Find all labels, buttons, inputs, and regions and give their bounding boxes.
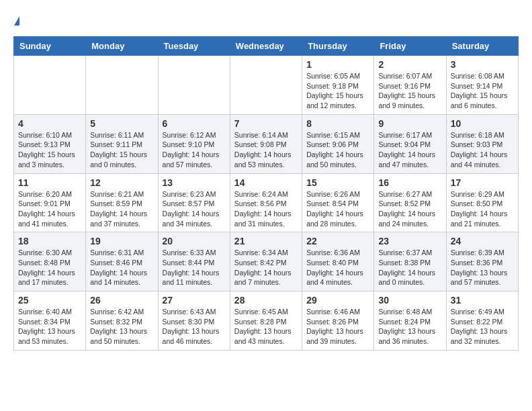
day-number: 13	[163, 177, 226, 188]
calendar-cell: 4Sunrise: 6:10 AM Sunset: 9:13 PM Daylig…	[14, 114, 86, 173]
weekday-header-monday: Monday	[86, 37, 158, 56]
calendar-cell: 15Sunrise: 6:26 AM Sunset: 8:54 PM Dayli…	[302, 173, 374, 232]
day-number: 4	[18, 118, 81, 129]
day-number: 2	[378, 59, 441, 70]
calendar-cell: 27Sunrise: 6:43 AM Sunset: 8:30 PM Dayli…	[158, 291, 230, 351]
calendar-cell: 13Sunrise: 6:23 AM Sunset: 8:57 PM Dayli…	[158, 173, 230, 232]
calendar-cell: 26Sunrise: 6:42 AM Sunset: 8:32 PM Dayli…	[86, 291, 158, 351]
day-info: Sunrise: 6:10 AM Sunset: 9:13 PM Dayligh…	[18, 130, 81, 170]
calendar-cell: 30Sunrise: 6:48 AM Sunset: 8:24 PM Dayli…	[374, 291, 446, 351]
day-number: 31	[451, 295, 514, 306]
day-info: Sunrise: 6:20 AM Sunset: 9:01 PM Dayligh…	[18, 189, 81, 229]
day-number: 20	[163, 236, 226, 246]
day-number: 16	[378, 177, 441, 188]
calendar-cell	[158, 56, 230, 115]
calendar: SundayMondayTuesdayWednesdayThursdayFrid…	[13, 36, 519, 351]
calendar-cell: 9Sunrise: 6:17 AM Sunset: 9:04 PM Daylig…	[374, 114, 446, 173]
week-row-3: 11Sunrise: 6:20 AM Sunset: 9:01 PM Dayli…	[14, 173, 519, 232]
day-number: 19	[90, 236, 153, 246]
calendar-cell	[86, 56, 158, 115]
calendar-cell: 21Sunrise: 6:34 AM Sunset: 8:42 PM Dayli…	[230, 232, 302, 291]
day-number: 25	[18, 295, 81, 306]
day-number: 28	[234, 295, 298, 306]
day-number: 8	[306, 118, 369, 129]
day-info: Sunrise: 6:05 AM Sunset: 9:18 PM Dayligh…	[306, 71, 369, 111]
day-info: Sunrise: 6:37 AM Sunset: 8:38 PM Dayligh…	[378, 248, 441, 287]
day-number: 12	[90, 177, 153, 188]
day-number: 26	[90, 295, 153, 306]
weekday-header-friday: Friday	[374, 37, 446, 56]
day-info: Sunrise: 6:26 AM Sunset: 8:54 PM Dayligh…	[306, 189, 369, 229]
calendar-cell: 31Sunrise: 6:49 AM Sunset: 8:22 PM Dayli…	[446, 291, 518, 351]
calendar-cell: 6Sunrise: 6:12 AM Sunset: 9:10 PM Daylig…	[158, 114, 230, 173]
calendar-cell: 1Sunrise: 6:05 AM Sunset: 9:18 PM Daylig…	[302, 56, 374, 115]
header	[13, 13, 519, 26]
weekday-header-tuesday: Tuesday	[158, 37, 230, 56]
day-number: 11	[18, 177, 81, 188]
day-info: Sunrise: 6:45 AM Sunset: 8:28 PM Dayligh…	[234, 307, 298, 347]
day-info: Sunrise: 6:07 AM Sunset: 9:16 PM Dayligh…	[378, 71, 441, 111]
calendar-cell	[14, 56, 86, 115]
day-info: Sunrise: 6:08 AM Sunset: 9:14 PM Dayligh…	[451, 71, 514, 111]
day-info: Sunrise: 6:42 AM Sunset: 8:32 PM Dayligh…	[90, 307, 153, 347]
calendar-cell: 23Sunrise: 6:37 AM Sunset: 8:38 PM Dayli…	[374, 232, 446, 291]
calendar-cell: 14Sunrise: 6:24 AM Sunset: 8:56 PM Dayli…	[230, 173, 302, 232]
calendar-cell: 10Sunrise: 6:18 AM Sunset: 9:03 PM Dayli…	[446, 114, 518, 173]
day-number: 17	[451, 177, 514, 188]
day-number: 15	[306, 177, 369, 188]
day-number: 10	[451, 118, 514, 129]
calendar-cell: 8Sunrise: 6:15 AM Sunset: 9:06 PM Daylig…	[302, 114, 374, 173]
calendar-cell: 24Sunrise: 6:39 AM Sunset: 8:36 PM Dayli…	[446, 232, 518, 291]
day-number: 1	[306, 59, 369, 70]
weekday-header-sunday: Sunday	[14, 37, 86, 56]
calendar-cell: 20Sunrise: 6:33 AM Sunset: 8:44 PM Dayli…	[158, 232, 230, 291]
day-info: Sunrise: 6:49 AM Sunset: 8:22 PM Dayligh…	[451, 307, 514, 347]
day-number: 18	[18, 236, 81, 246]
day-number: 5	[90, 118, 153, 129]
weekday-header-row: SundayMondayTuesdayWednesdayThursdayFrid…	[14, 37, 519, 56]
logo-triangle	[14, 16, 19, 26]
calendar-cell: 7Sunrise: 6:14 AM Sunset: 9:08 PM Daylig…	[230, 114, 302, 173]
day-number: 29	[306, 295, 369, 306]
weekday-header-thursday: Thursday	[302, 37, 374, 56]
calendar-cell: 29Sunrise: 6:46 AM Sunset: 8:26 PM Dayli…	[302, 291, 374, 351]
week-row-1: 1Sunrise: 6:05 AM Sunset: 9:18 PM Daylig…	[14, 56, 519, 115]
calendar-cell: 16Sunrise: 6:27 AM Sunset: 8:52 PM Dayli…	[374, 173, 446, 232]
day-number: 6	[163, 118, 226, 129]
day-info: Sunrise: 6:40 AM Sunset: 8:34 PM Dayligh…	[18, 307, 81, 347]
week-row-2: 4Sunrise: 6:10 AM Sunset: 9:13 PM Daylig…	[14, 114, 519, 173]
day-info: Sunrise: 6:34 AM Sunset: 8:42 PM Dayligh…	[234, 248, 298, 287]
day-number: 3	[451, 59, 514, 70]
day-number: 9	[378, 118, 441, 129]
day-info: Sunrise: 6:43 AM Sunset: 8:30 PM Dayligh…	[163, 307, 226, 347]
day-number: 14	[234, 177, 298, 188]
calendar-cell: 2Sunrise: 6:07 AM Sunset: 9:16 PM Daylig…	[374, 56, 446, 115]
calendar-cell: 17Sunrise: 6:29 AM Sunset: 8:50 PM Dayli…	[446, 173, 518, 232]
weekday-header-wednesday: Wednesday	[230, 37, 302, 56]
day-info: Sunrise: 6:14 AM Sunset: 9:08 PM Dayligh…	[234, 130, 298, 170]
logo	[13, 13, 19, 26]
day-info: Sunrise: 6:30 AM Sunset: 8:48 PM Dayligh…	[18, 248, 81, 287]
day-info: Sunrise: 6:48 AM Sunset: 8:24 PM Dayligh…	[378, 307, 441, 347]
day-info: Sunrise: 6:12 AM Sunset: 9:10 PM Dayligh…	[163, 130, 226, 170]
calendar-cell: 25Sunrise: 6:40 AM Sunset: 8:34 PM Dayli…	[14, 291, 86, 351]
day-info: Sunrise: 6:46 AM Sunset: 8:26 PM Dayligh…	[306, 307, 369, 347]
day-info: Sunrise: 6:33 AM Sunset: 8:44 PM Dayligh…	[163, 248, 226, 287]
day-info: Sunrise: 6:39 AM Sunset: 8:36 PM Dayligh…	[451, 248, 514, 287]
day-info: Sunrise: 6:18 AM Sunset: 9:03 PM Dayligh…	[451, 130, 514, 170]
day-number: 24	[451, 236, 514, 246]
day-info: Sunrise: 6:11 AM Sunset: 9:11 PM Dayligh…	[90, 130, 153, 170]
day-number: 23	[378, 236, 441, 246]
week-row-5: 25Sunrise: 6:40 AM Sunset: 8:34 PM Dayli…	[14, 291, 519, 351]
day-number: 7	[234, 118, 298, 129]
day-number: 22	[306, 236, 369, 246]
day-info: Sunrise: 6:21 AM Sunset: 8:59 PM Dayligh…	[90, 189, 153, 229]
weekday-header-saturday: Saturday	[446, 37, 518, 56]
day-info: Sunrise: 6:15 AM Sunset: 9:06 PM Dayligh…	[306, 130, 369, 170]
week-row-4: 18Sunrise: 6:30 AM Sunset: 8:48 PM Dayli…	[14, 232, 519, 291]
calendar-cell: 12Sunrise: 6:21 AM Sunset: 8:59 PM Dayli…	[86, 173, 158, 232]
day-info: Sunrise: 6:27 AM Sunset: 8:52 PM Dayligh…	[378, 189, 441, 229]
calendar-cell: 5Sunrise: 6:11 AM Sunset: 9:11 PM Daylig…	[86, 114, 158, 173]
day-info: Sunrise: 6:23 AM Sunset: 8:57 PM Dayligh…	[163, 189, 226, 229]
day-info: Sunrise: 6:17 AM Sunset: 9:04 PM Dayligh…	[378, 130, 441, 170]
